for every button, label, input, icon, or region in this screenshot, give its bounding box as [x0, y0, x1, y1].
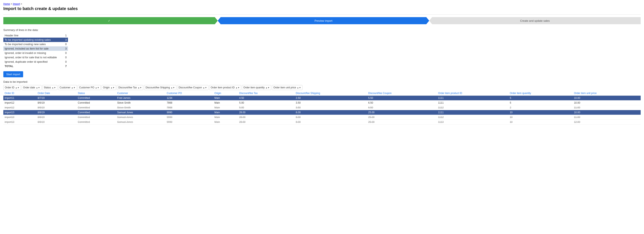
- summary-row: To be imported updating existing sales3: [3, 38, 68, 42]
- table-cell: Committed: [76, 120, 116, 125]
- col-select-label: Customer: [60, 86, 70, 89]
- col-select-order-item-product-id[interactable]: Order item product ID▲▼: [209, 85, 241, 90]
- table-cell: 11.00: [573, 115, 641, 120]
- table-cell: 8.00: [294, 115, 367, 120]
- step-upload-label: ✓: [108, 19, 110, 22]
- table-cell: 8/8/19: [36, 110, 77, 115]
- summary-title: Summary of lines in the data:: [3, 28, 641, 32]
- table-cell: Main: [213, 96, 238, 100]
- summary-label: Ignored, order id for sale that is not e…: [3, 55, 64, 60]
- table-row: import118/7/19CommittedFred James1234Mai…: [3, 96, 641, 100]
- col-select-customer-po[interactable]: Customer PO▲▼: [78, 85, 101, 90]
- table-cell: 25.00: [367, 110, 437, 115]
- breadcrumb: Home > Import >: [3, 3, 641, 6]
- table-cell: Main: [213, 120, 238, 125]
- table-cell: 8/8/19: [36, 120, 77, 125]
- table-cell: 1111: [437, 96, 508, 100]
- col-select-discount-shipping[interactable]: Discount/fee Shipping▲▼: [144, 85, 176, 90]
- table-cell: 5.00: [238, 100, 294, 105]
- table-cell: 10.00: [573, 96, 641, 100]
- table-cell: import12: [3, 105, 36, 110]
- table-cell: 4.50: [238, 96, 294, 100]
- table-cell: import13: [3, 110, 36, 115]
- table-cell: 10: [508, 120, 573, 125]
- col-select-label: Order item quantity: [244, 86, 265, 89]
- chevron-down-icon: ▲▼: [71, 86, 76, 89]
- table-cell: 11.00: [573, 105, 641, 110]
- step-create: Create and update sales: [429, 17, 641, 24]
- table-cell: 12.00: [573, 120, 641, 125]
- summary-row: TOTAL7: [3, 64, 68, 68]
- summary-value: 0: [64, 55, 68, 60]
- table-cell: 1112: [437, 105, 508, 110]
- column-selector-row: Order ID▲▼Order date▲▼Status▲▼Customer▲▼…: [3, 85, 641, 90]
- col-select-label: Status: [44, 86, 51, 89]
- col-select-order-item-quantity[interactable]: Order item quantity▲▼: [242, 85, 271, 90]
- table-column-header: Customer PO: [166, 91, 213, 96]
- chevron-down-icon: ▲▼: [110, 86, 115, 89]
- table-column-header: Order Date: [36, 91, 77, 96]
- summary-value: 3: [64, 38, 68, 42]
- breadcrumb-home[interactable]: Home: [3, 3, 10, 6]
- col-select-label: Order item unit price: [274, 86, 296, 89]
- col-select-order-id[interactable]: Order ID▲▼: [3, 85, 21, 90]
- table-cell: 10: [508, 115, 573, 120]
- table-cell: 8/6/19: [36, 105, 77, 110]
- breadcrumb-import[interactable]: Import: [13, 3, 20, 6]
- col-select-order-date[interactable]: Order date▲▼: [22, 85, 42, 90]
- col-select-label: Order ID: [5, 86, 14, 89]
- table-cell: 6.50: [367, 100, 437, 105]
- table-column-header: Order item product ID: [437, 91, 508, 96]
- table-cell: Committed: [76, 105, 116, 110]
- table-cell: 7868: [166, 100, 213, 105]
- table-cell: 28.00: [238, 115, 294, 120]
- col-select-label: Discount/fee Tax: [118, 86, 137, 89]
- table-cell: 1234: [166, 96, 213, 100]
- summary-label: Ignored, order id invalid or missing: [3, 51, 64, 55]
- table-cell: 8.00: [294, 120, 367, 125]
- col-select-discount-coupon[interactable]: Discount/fee Coupon▲▼: [177, 85, 208, 90]
- col-select-order-item-unit-price[interactable]: Order item unit price▲▼: [272, 85, 302, 90]
- table-cell: Committed: [76, 100, 116, 105]
- table-cell: 2: [508, 105, 573, 110]
- summary-label: Ignored, included as item list for sale: [3, 46, 64, 51]
- summary-row: Ignored, order id invalid or missing0: [3, 51, 68, 55]
- table-cell: Committed: [76, 110, 116, 115]
- summary-label: Header line: [3, 33, 64, 38]
- summary-label: TOTAL: [3, 64, 64, 68]
- table-column-header: Order item unit price: [573, 91, 641, 96]
- chevron-down-icon: ▲▼: [52, 86, 56, 89]
- summary-row: Ignored, included as item list for sale3: [3, 46, 68, 51]
- summary-value: 3: [64, 46, 68, 51]
- table-cell: 28.00: [238, 110, 294, 115]
- table-cell: Samual Jones: [116, 115, 166, 120]
- table-cell: 10.00: [573, 110, 641, 115]
- table-cell: 8/8/19: [36, 115, 77, 120]
- start-import-button[interactable]: Start import: [3, 71, 23, 77]
- table-column-header: Status: [76, 91, 116, 96]
- col-select-label: Discount/fee Coupon: [178, 86, 202, 89]
- table-cell: Main: [213, 115, 238, 120]
- chevron-down-icon: ▲▼: [138, 86, 142, 89]
- col-select-label: Order item product ID: [211, 86, 235, 89]
- table-cell: Fred James: [116, 96, 166, 100]
- table-cell: 3.50: [294, 100, 367, 105]
- table-row: import138/8/19CommittedSamual Jones9990M…: [3, 115, 641, 120]
- summary-row: Ignored, order id for sale that is not e…: [3, 55, 68, 60]
- table-cell: 25.00: [367, 120, 437, 125]
- col-select-discount-tax[interactable]: Discount/fee Tax▲▼: [117, 85, 143, 90]
- chevron-down-icon: ▲▼: [36, 86, 40, 89]
- table-cell: 5.00: [238, 105, 294, 110]
- step-preview-label: Preview import: [314, 19, 332, 22]
- table-column-header: Discount/fee Tax: [238, 91, 294, 96]
- chevron-down-icon: ▲▼: [95, 86, 99, 89]
- table-cell: Main: [213, 100, 238, 105]
- col-select-customer[interactable]: Customer▲▼: [58, 85, 77, 90]
- col-select-label: Origin: [103, 86, 110, 89]
- col-select-origin[interactable]: Origin▲▼: [102, 85, 116, 90]
- table-column-header: Discount/fee Shipping: [294, 91, 367, 96]
- col-select-label: Customer PO: [79, 86, 94, 89]
- col-select-status[interactable]: Status▲▼: [42, 85, 57, 90]
- table-cell: 1111: [437, 110, 508, 115]
- table-cell: 10: [508, 110, 573, 115]
